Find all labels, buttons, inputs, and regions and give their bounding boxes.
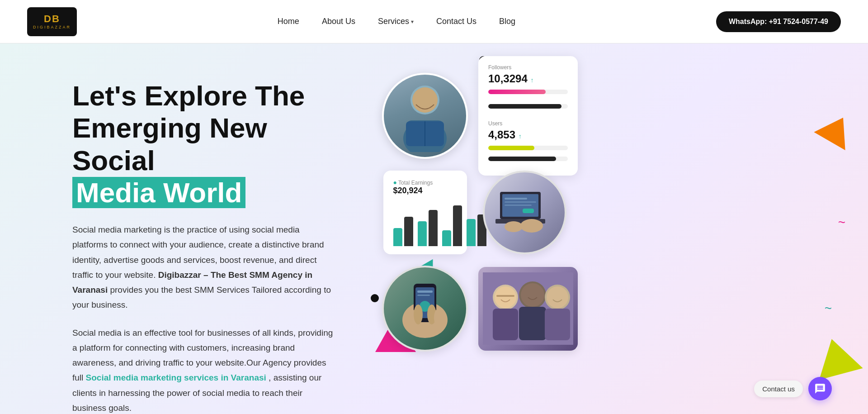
svg-point-28: [495, 286, 516, 308]
hero-left: Let's Explore The Emerging New Social Me…: [0, 43, 371, 414]
person-circle-container: [380, 71, 470, 161]
users-bar-dark: [488, 157, 568, 161]
image-grid: Followers 10,3294 ↑ Users 4,8: [380, 71, 841, 354]
followers-label: Followers: [488, 64, 568, 71]
laptop-svg: [495, 190, 554, 235]
users-label: Users: [488, 120, 568, 127]
users-trend: ↑: [519, 133, 522, 140]
bar-teal-2: [418, 221, 427, 246]
phone-svg: [398, 275, 452, 343]
nav-services[interactable]: Services ▾: [378, 17, 414, 26]
stats-card-container: Followers 10,3294 ↑ Users 4,8: [478, 71, 685, 161]
bar-chart: [393, 201, 457, 246]
svg-rect-12: [505, 201, 536, 203]
svg-rect-19: [417, 295, 430, 296]
person-svg: [398, 80, 452, 152]
followers-bar-dark: [488, 104, 568, 109]
followers-value: 10,3294 ↑: [488, 72, 568, 85]
svg-rect-34: [545, 309, 570, 340]
svg-rect-18: [417, 290, 433, 293]
contact-float: Contact us: [754, 377, 832, 400]
nav-about[interactable]: About Us: [322, 17, 355, 26]
users-bar-lime-fill: [488, 146, 534, 150]
laptop-image: [483, 171, 566, 254]
bar-dark-3: [453, 205, 462, 246]
nav-contact[interactable]: Contact Us: [436, 17, 476, 26]
chat-icon: [814, 383, 826, 395]
team-svg: [483, 272, 573, 345]
phone-circle-container: [380, 263, 470, 354]
nav-blog[interactable]: Blog: [499, 17, 515, 26]
logo-letters: DB: [44, 14, 60, 24]
svg-point-22: [414, 305, 423, 324]
users-value: 4,853 ↑: [488, 128, 568, 141]
phone-image: [382, 266, 468, 352]
bar-group-2: [418, 210, 438, 246]
bar-group-1: [393, 217, 413, 246]
hero-description-1: Social media marketing is the practice o…: [72, 222, 335, 313]
bar-teal-3: [442, 230, 451, 246]
logo-name: DIGIBAZZAR: [33, 25, 71, 29]
smm-services-link: Social media marketing services in Varan…: [86, 373, 266, 382]
dot-decoration-2: [371, 294, 379, 302]
users-bar-lime: [488, 146, 568, 150]
svg-rect-27: [493, 309, 518, 340]
hero-section: Let's Explore The Emerging New Social Me…: [0, 43, 868, 414]
bar-dark-2: [429, 210, 438, 246]
stats-card: Followers 10,3294 ↑ Users 4,8: [478, 56, 578, 176]
chevron-down-icon: ▾: [411, 19, 414, 25]
hero-description-2: Social media is an effective tool for bu…: [72, 325, 335, 414]
nav-links: Home About Us Services ▾ Contact Us Blog: [278, 17, 515, 26]
svg-rect-29: [496, 295, 514, 297]
svg-point-32: [521, 283, 544, 307]
laptop-circle-container: [478, 169, 685, 255]
contact-bubble-button[interactable]: [808, 377, 832, 400]
navbar: DB DIGIBAZZAR Home About Us Services ▾ C…: [0, 0, 868, 43]
svg-rect-14: [523, 209, 534, 213]
users-bar-dark-fill: [488, 157, 556, 161]
team-rect-container: [478, 263, 685, 354]
followers-bar-dark-fill: [488, 104, 561, 109]
logo[interactable]: DB DIGIBAZZAR: [27, 7, 77, 36]
earnings-chart: ● Total Earnings $20,924: [383, 171, 467, 254]
nav-home[interactable]: Home: [278, 17, 299, 26]
whatsapp-button[interactable]: WhatsApp: +91 7524-0577-49: [716, 11, 841, 32]
svg-point-9: [520, 219, 543, 233]
svg-point-10: [505, 221, 523, 232]
followers-trend: ↑: [530, 76, 533, 84]
svg-rect-31: [519, 307, 546, 340]
earnings-value: $20,924: [393, 186, 457, 195]
followers-bar-fill: [488, 90, 546, 94]
bar-teal-1: [393, 228, 402, 246]
team-image: [478, 267, 578, 351]
earnings-label: ● Total Earnings: [393, 179, 457, 186]
svg-point-35: [547, 286, 568, 308]
person-image: [382, 73, 468, 159]
bar-group-3: [442, 205, 462, 246]
bar-dark-1: [404, 217, 413, 246]
svg-rect-13: [505, 205, 532, 206]
hero-title: Let's Explore The Emerging New Social Me…: [72, 80, 335, 209]
hero-right: ~ ~: [371, 43, 868, 414]
chart-card-container: ● Total Earnings $20,924: [380, 169, 470, 255]
svg-rect-11: [505, 198, 527, 200]
bar-teal-4: [467, 219, 476, 246]
followers-bar: [488, 90, 568, 94]
svg-point-24: [434, 309, 443, 327]
contact-float-label: Contact us: [754, 381, 803, 397]
